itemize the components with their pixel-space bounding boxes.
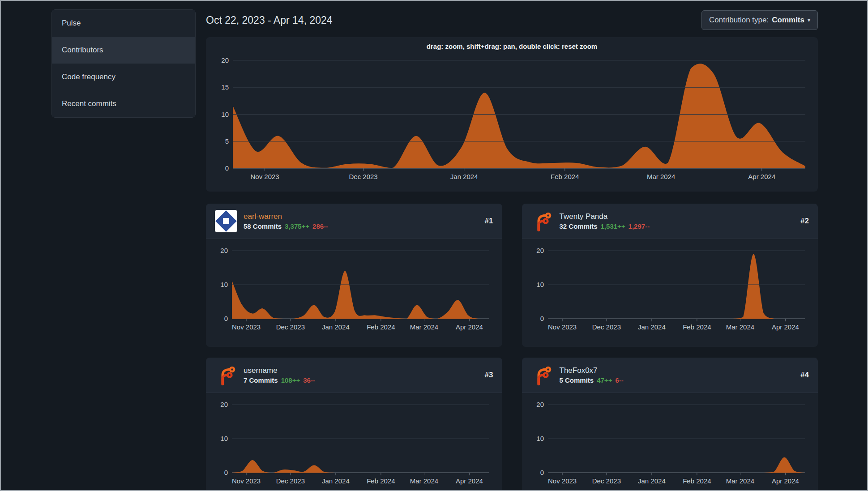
- forgejo-logo-avatar: [531, 364, 553, 386]
- contributor-commits-chart[interactable]: 01020Nov 2023Dec 2023Jan 2024Feb 2024Mar…: [212, 393, 496, 491]
- contributor-name: username: [244, 366, 315, 375]
- header-row: Oct 22, 2023 - Apr 14, 2024 Contribution…: [206, 9, 818, 31]
- contributor-name[interactable]: earl-warren: [244, 212, 328, 221]
- svg-text:Mar 2024: Mar 2024: [647, 173, 675, 180]
- forgejo-logo-avatar: [215, 364, 237, 386]
- svg-text:Nov 2023: Nov 2023: [232, 477, 261, 485]
- contributor-card-header: Twenty Panda 32 Commits 1,531++ 1,297-- …: [522, 204, 818, 239]
- contributor-card-header: username 7 Commits 108++ 36-- #3: [206, 358, 502, 393]
- svg-text:Dec 2023: Dec 2023: [592, 477, 620, 485]
- contributor-stats: 5 Commits 47++ 6--: [560, 376, 624, 384]
- contributor-additions: 108++: [281, 376, 300, 384]
- chevron-down-icon: ▾: [808, 17, 810, 23]
- svg-text:Jan 2024: Jan 2024: [450, 173, 478, 180]
- svg-text:Feb 2024: Feb 2024: [683, 477, 711, 485]
- contributor-card: Twenty Panda 32 Commits 1,531++ 1,297-- …: [522, 204, 818, 347]
- date-range-heading: Oct 22, 2023 - Apr 14, 2024: [206, 14, 333, 26]
- svg-text:Mar 2024: Mar 2024: [726, 323, 754, 331]
- contributor-rank: #4: [800, 371, 809, 380]
- page: Pulse Contributors Code frequency Recent…: [1, 1, 867, 491]
- contribution-type-dropdown[interactable]: Contribution type: Commits ▾: [701, 10, 818, 30]
- svg-text:Mar 2024: Mar 2024: [410, 477, 438, 485]
- contribution-type-label: Contribution type:: [709, 16, 769, 25]
- contributor-commits-chart[interactable]: 01020Nov 2023Dec 2023Jan 2024Feb 2024Mar…: [212, 239, 496, 345]
- svg-text:15: 15: [221, 83, 229, 91]
- svg-text:Apr 2024: Apr 2024: [456, 477, 483, 485]
- contributor-additions: 47++: [597, 376, 612, 384]
- contributor-commits-count: 32 Commits: [560, 222, 598, 230]
- sidebar-item-code-frequency[interactable]: Code frequency: [52, 64, 195, 90]
- svg-text:Mar 2024: Mar 2024: [726, 477, 754, 485]
- svg-text:Apr 2024: Apr 2024: [771, 323, 799, 331]
- svg-text:20: 20: [221, 56, 229, 64]
- contributor-deletions: 6--: [615, 376, 623, 384]
- svg-text:10: 10: [220, 435, 228, 442]
- activity-sidebar: Pulse Contributors Code frequency Recent…: [51, 9, 196, 491]
- contributor-meta: earl-warren 58 Commits 3,375++ 286--: [244, 212, 328, 230]
- chart-controls-hint: drag: zoom, shift+drag: pan, double clic…: [212, 43, 812, 53]
- svg-text:Jan 2024: Jan 2024: [322, 323, 350, 331]
- svg-text:Nov 2023: Nov 2023: [547, 477, 576, 485]
- main-content: Oct 22, 2023 - Apr 14, 2024 Contribution…: [206, 9, 818, 491]
- svg-text:Nov 2023: Nov 2023: [547, 323, 576, 331]
- activity-commits-chart[interactable]: 05101520Nov 2023Dec 2023Jan 2024Feb 2024…: [212, 53, 812, 188]
- contributor-card: TheFox0x7 5 Commits 47++ 6-- #4 01020Nov…: [522, 358, 818, 491]
- contributor-stats: 32 Commits 1,531++ 1,297--: [560, 222, 650, 230]
- sidebar-item-label: Code frequency: [62, 73, 115, 81]
- contributor-deletions: 1,297--: [629, 222, 650, 230]
- svg-text:0: 0: [540, 315, 543, 322]
- svg-text:Nov 2023: Nov 2023: [250, 173, 279, 180]
- contributor-stats: 58 Commits 3,375++ 286--: [244, 222, 328, 230]
- contributor-deletions: 286--: [312, 222, 328, 230]
- svg-text:20: 20: [536, 247, 544, 254]
- svg-text:0: 0: [224, 469, 228, 476]
- svg-text:Dec 2023: Dec 2023: [349, 173, 377, 180]
- contributor-additions: 3,375++: [285, 222, 309, 230]
- svg-text:10: 10: [536, 435, 544, 442]
- activity-sidebar-menu: Pulse Contributors Code frequency Recent…: [51, 9, 196, 118]
- svg-text:0: 0: [540, 469, 543, 476]
- svg-text:Dec 2023: Dec 2023: [276, 323, 305, 331]
- svg-text:Feb 2024: Feb 2024: [367, 477, 395, 485]
- svg-text:Mar 2024: Mar 2024: [410, 323, 438, 331]
- contributor-rank: #2: [800, 217, 809, 226]
- contributor-commits-count: 58 Commits: [244, 222, 282, 230]
- sidebar-item-label: Pulse: [62, 19, 81, 28]
- sidebar-item-recent-commits[interactable]: Recent commits: [52, 90, 195, 117]
- contributor-meta: TheFox0x7 5 Commits 47++ 6--: [560, 366, 624, 384]
- contributor-commits-count: 5 Commits: [560, 376, 594, 384]
- contributor-card: username 7 Commits 108++ 36-- #3 01020No…: [206, 358, 502, 491]
- contributor-stats: 7 Commits 108++ 36--: [244, 376, 315, 384]
- svg-text:Feb 2024: Feb 2024: [367, 323, 395, 331]
- contributor-rank: #3: [485, 371, 493, 380]
- contributor-commits-chart[interactable]: 01020Nov 2023Dec 2023Jan 2024Feb 2024Mar…: [528, 239, 812, 345]
- svg-text:Nov 2023: Nov 2023: [232, 323, 261, 331]
- svg-text:Feb 2024: Feb 2024: [551, 173, 579, 180]
- contributor-commits-chart[interactable]: 01020Nov 2023Dec 2023Jan 2024Feb 2024Mar…: [528, 393, 812, 491]
- contributor-commits-count: 7 Commits: [244, 376, 278, 384]
- svg-text:10: 10: [221, 111, 229, 118]
- sidebar-item-contributors[interactable]: Contributors: [52, 37, 195, 64]
- svg-text:0: 0: [225, 164, 229, 172]
- main-chart-card: drag: zoom, shift+drag: pan, double clic…: [206, 37, 818, 192]
- sidebar-item-label: Contributors: [62, 46, 103, 55]
- svg-text:Apr 2024: Apr 2024: [456, 323, 483, 331]
- sidebar-item-label: Recent commits: [62, 99, 116, 108]
- contributor-meta: username 7 Commits 108++ 36--: [244, 366, 315, 384]
- contributors-grid: earl-warren 58 Commits 3,375++ 286-- #1 …: [206, 204, 818, 491]
- contributor-card-header: TheFox0x7 5 Commits 47++ 6-- #4: [522, 358, 818, 393]
- svg-text:Dec 2023: Dec 2023: [592, 323, 620, 331]
- svg-text:5: 5: [225, 137, 229, 145]
- contributor-card: earl-warren 58 Commits 3,375++ 286-- #1 …: [206, 204, 502, 347]
- contributor-additions: 1,531++: [601, 222, 625, 230]
- svg-text:0: 0: [224, 315, 228, 322]
- svg-text:Apr 2024: Apr 2024: [748, 173, 775, 180]
- svg-text:Jan 2024: Jan 2024: [638, 323, 666, 331]
- identicon-avatar: [215, 210, 237, 232]
- svg-text:Jan 2024: Jan 2024: [322, 477, 350, 485]
- contributor-meta: Twenty Panda 32 Commits 1,531++ 1,297--: [560, 212, 650, 230]
- sidebar-item-pulse[interactable]: Pulse: [52, 10, 195, 37]
- svg-text:20: 20: [220, 247, 228, 254]
- svg-text:10: 10: [220, 281, 228, 288]
- contribution-type-value: Commits: [772, 16, 804, 25]
